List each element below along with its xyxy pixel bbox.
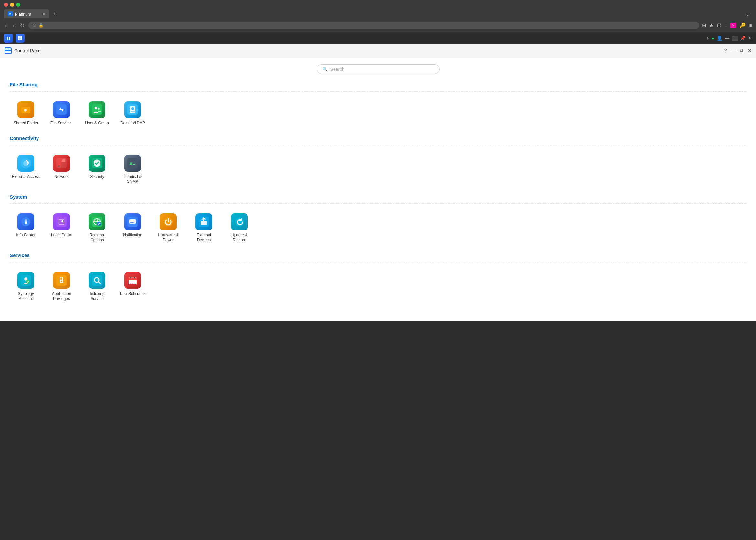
label-synology-account: Synology Account — [12, 291, 40, 301]
item-security[interactable]: Security — [81, 152, 113, 188]
icon-synology-account — [18, 272, 34, 289]
item-regional-options[interactable]: Regional Options — [81, 210, 113, 246]
section-grid-system: Info CenterLogin PortalRegional OptionsN… — [10, 210, 746, 246]
item-file-services[interactable]: File Services — [45, 98, 77, 129]
restore-button[interactable]: ⧉ — [740, 48, 743, 54]
search-bar[interactable]: 🔍 — [317, 65, 440, 74]
browser-chrome: D Platinum ✕ + ⌄ ‹ › ↻ 🛡 🔒 ⊞ ★ ⬡ ↓ M 🔑 ≡ — [0, 0, 756, 32]
new-tab-button[interactable]: + — [51, 11, 59, 18]
icon-indexing-service — [88, 272, 105, 289]
svg-rect-12 — [6, 48, 8, 51]
item-login-portal[interactable]: Login Portal — [45, 210, 77, 246]
dsm-user-icon[interactable]: 👤 — [717, 36, 722, 41]
item-user-group[interactable]: User & Group — [81, 98, 113, 129]
traffic-light-yellow[interactable] — [10, 3, 14, 7]
item-update-restore[interactable]: Update & Restore — [223, 210, 255, 246]
traffic-light-green[interactable] — [16, 3, 20, 7]
section-title-system: System — [10, 194, 746, 200]
browser-tab[interactable]: D Platinum ✕ — [4, 9, 49, 18]
pocket-icon[interactable]: ⬡ — [717, 22, 721, 29]
traffic-light-red[interactable] — [4, 3, 8, 7]
help-button[interactable]: ? — [724, 48, 727, 54]
item-hardware-power[interactable]: Hardware & Power — [152, 210, 184, 246]
svg-rect-64 — [134, 276, 135, 278]
browser-toolbar-icons: ⊞ ★ ⬡ ↓ M 🔑 ≡ — [702, 22, 752, 29]
dsm-restore-icon[interactable]: ⬛ — [732, 36, 738, 41]
label-file-services: File Services — [51, 121, 73, 126]
item-external-devices[interactable]: External Devices — [188, 210, 220, 246]
item-synology-account[interactable]: Synology Account — [10, 269, 42, 305]
address-bar[interactable]: 🛡 🔒 — [29, 22, 699, 29]
dsm-app-icon-2[interactable] — [16, 34, 25, 43]
item-notification[interactable]: Notification — [116, 210, 149, 246]
traffic-lights — [4, 3, 20, 7]
svg-rect-5 — [7, 39, 8, 40]
svg-rect-8 — [20, 36, 22, 38]
dsm-minimize-icon[interactable]: — — [725, 36, 729, 41]
section-title-file-sharing: File Sharing — [10, 82, 746, 87]
icon-user-group — [88, 101, 105, 118]
section-title-connectivity: Connectivity — [10, 135, 746, 141]
svg-rect-27 — [131, 111, 135, 111]
close-button[interactable]: ✕ — [747, 48, 751, 54]
tab-list-chevron[interactable]: ⌄ — [743, 11, 752, 17]
window-title: Control Panel — [14, 48, 42, 53]
tab-favicon: D — [8, 11, 13, 17]
dsm-add-icon[interactable]: + — [706, 36, 709, 41]
item-info-center[interactable]: Info Center — [10, 210, 42, 246]
window-titlebar: Control Panel ? — ⧉ ✕ — [0, 44, 756, 58]
browser-toolbar: ‹ › ↻ 🛡 🔒 ⊞ ★ ⬡ ↓ M 🔑 ≡ — [0, 18, 756, 32]
item-external-access[interactable]: External Access — [10, 152, 42, 188]
bookmark-icon[interactable]: ★ — [709, 22, 714, 29]
forward-button[interactable]: › — [11, 20, 16, 30]
section-divider-file-sharing — [10, 91, 746, 91]
label-external-access: External Access — [12, 174, 40, 180]
section-divider-connectivity — [10, 145, 746, 145]
icon-task-scheduler — [124, 272, 141, 289]
minimize-button[interactable]: — — [731, 48, 736, 54]
label-notification: Notification — [123, 233, 142, 238]
svg-rect-2 — [6, 36, 11, 41]
menu-icon[interactable]: ≡ — [749, 23, 752, 29]
item-indexing-service[interactable]: Indexing Service — [81, 269, 113, 305]
reload-button[interactable]: ↻ — [18, 21, 26, 30]
item-domain-ldap[interactable]: Domain/LDAP — [116, 98, 149, 129]
label-domain-ldap: Domain/LDAP — [120, 121, 145, 126]
section-grid-connectivity: External AccessNetworkSecurityTerminal &… — [10, 152, 746, 188]
dsm-pin-icon[interactable]: 📌 — [740, 36, 746, 41]
window-title-icon — [5, 47, 12, 54]
label-hardware-power: Hardware & Power — [154, 233, 183, 243]
search-input[interactable] — [330, 67, 434, 72]
svg-point-40 — [25, 219, 27, 220]
addon2-icon[interactable]: 🔑 — [739, 22, 746, 29]
section-divider-services — [10, 262, 746, 262]
label-info-center: Info Center — [16, 233, 35, 238]
item-shared-folder[interactable]: Shared Folder — [10, 98, 42, 129]
tab-bar: D Platinum ✕ + ⌄ — [0, 9, 756, 18]
search-bar-wrapper: 🔍 — [10, 65, 746, 74]
svg-rect-42 — [56, 217, 67, 227]
dsm-notification-icon[interactable]: ● — [712, 36, 714, 41]
tab-close-button[interactable]: ✕ — [42, 12, 45, 16]
download-icon[interactable]: ↓ — [725, 23, 727, 29]
icon-external-devices — [195, 213, 212, 230]
addon1-icon[interactable]: M — [730, 23, 736, 29]
dsm-topbar-right: + ● 👤 — ⬛ 📌 ✕ — [706, 36, 752, 41]
svg-rect-69 — [132, 283, 133, 284]
dsm-topbar: + ● 👤 — ⬛ 📌 ✕ — [0, 32, 756, 44]
item-network[interactable]: Network — [45, 152, 77, 188]
dsm-logo — [4, 34, 13, 43]
svg-rect-67 — [134, 282, 135, 282]
extensions-icon[interactable]: ⊞ — [702, 22, 706, 29]
dsm-close-icon[interactable]: ✕ — [748, 36, 752, 41]
icon-regional-options — [88, 213, 105, 230]
address-shield-icon: 🛡 — [32, 23, 37, 28]
item-terminal-snmp[interactable]: Terminal & SNMP — [116, 152, 149, 188]
item-task-scheduler[interactable]: Task Scheduler — [116, 269, 149, 305]
label-app-privileges: Application Privileges — [47, 291, 76, 301]
label-update-restore: Update & Restore — [225, 233, 254, 243]
icon-shared-folder — [18, 101, 34, 118]
back-button[interactable]: ‹ — [4, 20, 9, 30]
item-app-privileges[interactable]: Application Privileges — [45, 269, 77, 305]
icon-app-privileges — [53, 272, 70, 289]
